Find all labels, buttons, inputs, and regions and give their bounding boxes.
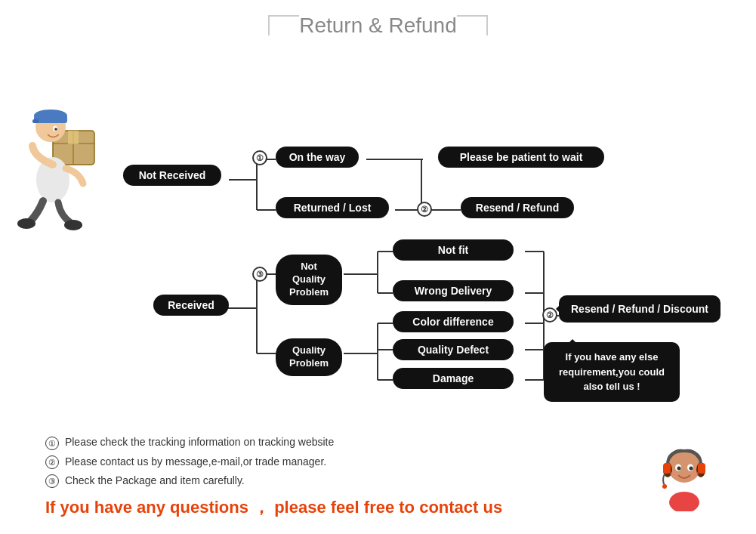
svg-point-52 <box>677 467 681 471</box>
customer-service-figure <box>654 443 714 511</box>
note-1: ① Please check the tracking information … <box>45 433 711 452</box>
svg-rect-40 <box>34 116 67 123</box>
not-received-box: Not Received <box>123 165 221 186</box>
circle-2-top: ② <box>417 202 432 217</box>
quality-defect-box: Quality Defect <box>393 339 514 360</box>
bottom-notes: ① Please check the tracking information … <box>45 433 711 519</box>
wrong-delivery-box: Wrong Delivery <box>393 280 514 301</box>
if-you-have-bubble: If you have any else requirement,you cou… <box>544 342 680 402</box>
svg-point-53 <box>690 467 693 471</box>
svg-point-43 <box>54 128 57 131</box>
please-wait-box: Please be patient to wait <box>438 147 604 168</box>
damage-box: Damage <box>393 368 514 389</box>
on-the-way-box: On the way <box>276 147 359 168</box>
color-difference-box: Color difference <box>393 311 514 332</box>
svg-rect-37 <box>68 131 79 144</box>
svg-point-55 <box>691 471 699 476</box>
circle-3: ③ <box>252 267 267 282</box>
title-area: Return & Refund <box>0 0 756 40</box>
svg-point-59 <box>669 492 699 511</box>
resend-refund-discount-box: Resend / Refund / Discount <box>559 295 721 323</box>
svg-rect-57 <box>698 463 705 474</box>
resend-refund-top-box: Resend / Refund <box>461 197 574 218</box>
circle-1: ① <box>252 150 267 165</box>
title-deco-left <box>239 14 299 37</box>
note-3-circle: ③ <box>45 474 59 488</box>
received-box: Received <box>153 295 229 316</box>
svg-point-58 <box>662 484 667 489</box>
svg-point-54 <box>670 471 677 476</box>
delivery-man-figure <box>11 89 110 240</box>
contact-line: If you have any questions ， please feel … <box>45 496 711 519</box>
note-2-circle: ② <box>45 455 59 469</box>
svg-point-46 <box>64 220 82 230</box>
svg-rect-41 <box>32 119 39 123</box>
not-quality-problem-box: Not Quality Problem <box>276 255 342 305</box>
not-fit-box: Not fit <box>393 239 514 261</box>
svg-rect-56 <box>663 463 671 474</box>
note-1-circle: ① <box>45 437 59 450</box>
note-3: ③ Check the Package and item carefully. <box>45 471 711 490</box>
page-title: Return & Refund <box>299 14 457 38</box>
svg-point-45 <box>17 218 35 229</box>
quality-problem-box: Quality Problem <box>276 338 342 376</box>
title-deco-right <box>457 14 517 37</box>
returned-lost-box: Returned / Lost <box>276 197 389 218</box>
note-2: ② Please contact us by message,e-mail,or… <box>45 452 711 471</box>
diagram-area: Not Received ① On the way Returned / Los… <box>0 48 756 440</box>
